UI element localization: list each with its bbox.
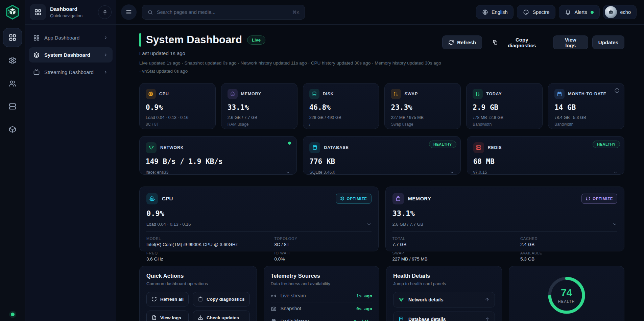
sidebar-item-streaming-dashboard[interactable]: Streaming Dashboard [29,65,113,80]
refresh-all-button[interactable]: Refresh all [146,292,189,306]
title-row: System Dashboard Live [139,33,442,47]
rail-settings-button[interactable] [3,51,22,70]
rail-users-button[interactable] [3,74,22,93]
file-icon [151,315,157,320]
stat-label: MONTH-TO-DATE [568,92,606,96]
panel-value: 33.1% [392,209,618,218]
info-icon[interactable] [614,88,620,93]
chevron-down-icon[interactable] [285,170,290,175]
memory-icon [228,89,238,99]
health-details-list: Network details Database details Redis d… [393,292,495,321]
signal-icon [271,293,277,299]
stat-card-today: TODAY 2.9 GB ↓78 MB ↑2.9 GB Bandwidth [466,83,543,129]
chevron-down-icon[interactable] [449,170,454,175]
resource-subtext: v7.0.15 [473,170,487,175]
telemetry-value: Healthy [354,319,372,321]
refresh-label: Refresh [457,40,476,45]
resource-value: 68 MB [473,157,618,166]
stat-value: 0.9% [146,103,209,112]
app-logo-icon[interactable] [5,4,20,20]
panel-subtext: Load 0.04 · 0.13 · 0.16 [146,222,191,227]
stat-value: 46.8% [309,103,373,112]
telemetry-label: Redis history [281,319,309,321]
cpu-optimize-button[interactable]: OPTIMIZE [336,194,372,204]
stat-card-cpu: CPU 0.9% Load 0.04 · 0.13 · 0.16 8C / 8T [139,83,216,129]
tv-icon [33,69,40,76]
bell-icon [565,9,571,15]
rail-packages-button[interactable] [3,120,22,139]
search-box[interactable]: ⌘K [142,5,305,20]
sidebar-item-system-dashboard[interactable]: System Dashboard [29,47,113,63]
memory-icon [392,193,404,204]
language-button[interactable]: English [476,5,514,19]
updates-label: Updates [598,40,618,45]
camera-icon [271,306,277,312]
view-logs-button[interactable]: View logs [553,35,588,49]
pin-sidebar-button[interactable] [98,5,112,19]
network-details-link[interactable]: Network details [393,292,495,307]
page-header: System Dashboard Live Last updated 1s ag… [139,33,624,76]
search-icon [147,9,153,15]
stat-card-disk: DISK 46.8% 229 GB / 490 GB / [303,83,379,129]
title-accent-bar [139,33,141,47]
optimize-label: OPTIMIZE [347,197,367,201]
chevron-down-icon[interactable] [366,222,372,227]
resource-subtext: SQLite 3.46.0 [309,170,335,175]
stat-subtext: ↓8.4 GB ↑5.3 GB [554,115,618,120]
detail-swap: SWAP227 MB / 975 MB [392,251,514,262]
alerts-label: Alerts [574,9,587,15]
optimize-label: OPTIMIZE [593,197,613,201]
chevron-right-icon [103,70,108,75]
user-menu-button[interactable]: echo [603,5,637,19]
quick-actions-card: Quick Actions Common dashboard operation… [139,266,257,321]
stat-label: TODAY [486,92,502,96]
telemetry-sources-card: Telemetry Sources Data freshness and ava… [264,266,379,321]
updates-button[interactable]: Updates [592,35,624,49]
sidebar-title: Dashboard [50,6,82,12]
stat-subtext-2: Swap usage [391,122,454,127]
refresh-icon [448,40,454,45]
view-logs-action-button[interactable]: View logs [146,311,189,321]
database-card: HEALTHY DATABASE 776 KB SQLite 3.46.0 [303,136,460,175]
copy-diagnostics-label: Copy diagnostics [501,37,543,48]
sidebar-subtitle: Quick navigation [50,13,82,18]
sidebar-item-app-dashboard[interactable]: App Dashboard [29,30,113,45]
refresh-button[interactable]: Refresh [442,35,482,49]
stat-subtext: Load 0.04 · 0.13 · 0.16 [146,115,209,120]
quick-actions-grid: Refresh all Copy diagnostics View logs C… [146,292,250,321]
database-details-link[interactable]: Database details [393,312,495,321]
memory-optimize-button[interactable]: OPTIMIZE [581,194,617,204]
search-input[interactable] [157,9,288,15]
disk-icon [309,89,319,99]
arrow-up-icon [485,317,490,321]
app-window: Dashboard Quick navigation App Dashboard… [0,0,644,321]
database-icon [398,316,404,321]
stat-subtext: 2.6 GB / 7.7 GB [228,115,291,120]
chevron-down-icon[interactable] [613,170,618,175]
copy-diagnostics-button[interactable]: Copy diagnostics [486,35,549,49]
stat-subtext-2: Bandwidth [554,122,618,127]
page-header-buttons: Refresh Copy diagnostics View logs Updat… [442,35,624,49]
health-ring: 74 HEALTH [546,275,587,316]
topbar: ⌘K English Spectre Alerts ec [116,0,644,25]
health-details-card: Health Details Jump to health card panel… [386,266,502,321]
section-title: Health Details [393,273,495,279]
update-meta-text: Live updated 1s ago · Snapshot updated 0… [139,59,442,76]
theme-button[interactable]: Spectre [517,5,555,19]
health-detail-label: Network details [408,297,443,302]
sidebar-item-label: Streaming Dashboard [44,69,94,75]
alerts-button[interactable]: Alerts [559,5,599,19]
rail-servers-button[interactable] [3,97,22,116]
resource-cards-row: NETWORK 149 B/s / 1.9 KB/s iface: ens33 … [139,136,624,175]
main-area: ⌘K English Spectre Alerts ec [116,0,644,321]
section-subtitle: Jump to health card panels [393,281,495,286]
stat-label: CPU [159,92,169,96]
chevron-down-icon[interactable] [612,222,617,227]
copy-icon [492,40,498,45]
rail-dashboard-button[interactable] [3,28,22,47]
hamburger-menu-button[interactable] [121,4,137,20]
check-updates-button[interactable]: Check updates [193,311,250,321]
copy-diagnostics-action-button[interactable]: Copy diagnostics [193,292,250,306]
database-icon [271,319,277,321]
stat-subtext-2: 8C / 8T [146,122,209,127]
